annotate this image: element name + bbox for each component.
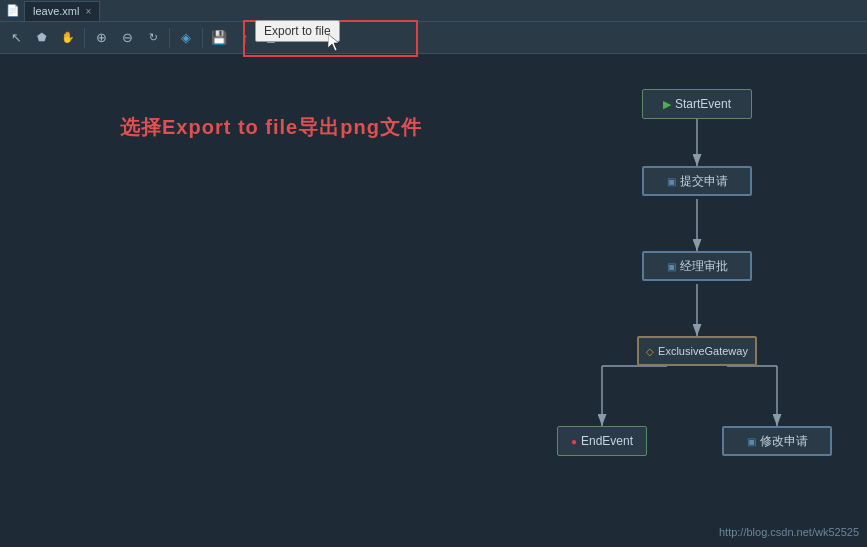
bpmn-icon-button[interactable]: ◈	[174, 26, 198, 50]
task2-node[interactable]: ▣ 经理审批	[642, 251, 752, 281]
task3-node[interactable]: ▣ 修改申请	[722, 426, 832, 456]
task1-node[interactable]: ▣ 提交申请	[642, 166, 752, 196]
canvas-area: 选择Export to file导出png文件 ▶ S	[0, 54, 867, 546]
task2-icon: ▣	[667, 261, 676, 272]
lasso-icon: ⬟	[37, 31, 47, 44]
separator-2	[169, 28, 170, 48]
fit-page-icon: ↺	[149, 31, 158, 44]
gateway-node[interactable]: ◇ ExclusiveGateway	[637, 336, 757, 366]
task3-icon: ▣	[747, 436, 756, 447]
export-tooltip: Export to file	[255, 20, 340, 42]
gateway-label: ExclusiveGateway	[658, 345, 748, 357]
save-button[interactable]: 💾	[207, 26, 231, 50]
lasso-tool-button[interactable]: ⬟	[30, 26, 54, 50]
start-event-label: StartEvent	[675, 97, 731, 111]
task1-label: 提交申请	[680, 173, 728, 190]
select-icon: ↖	[11, 30, 22, 45]
task1-icon: ▣	[667, 176, 676, 187]
zoom-out-icon: ⊖	[122, 30, 133, 45]
flowchart: ▶ StartEvent ▣ 提交申请 ▣ 经理审批 ◇ ExclusiveGa…	[437, 69, 837, 499]
gateway-icon: ◇	[646, 346, 654, 357]
task3-label: 修改申请	[760, 433, 808, 450]
separator-3	[202, 28, 203, 48]
file-icon: 📄	[6, 4, 20, 18]
zoom-in-icon: ⊕	[96, 30, 107, 45]
end-event-node[interactable]: ● EndEvent	[557, 426, 647, 456]
hand-icon: ✋	[61, 31, 75, 44]
bpmn-icon: ◈	[181, 30, 191, 45]
fit-page-button[interactable]: ↺	[141, 26, 165, 50]
zoom-out-button[interactable]: ⊖	[115, 26, 139, 50]
zoom-in-button[interactable]: ⊕	[89, 26, 113, 50]
tab-label: leave.xml	[33, 5, 79, 17]
file-tab[interactable]: leave.xml ×	[24, 1, 100, 21]
export-file-button[interactable]: ↑	[233, 26, 257, 50]
title-bar: 📄 leave.xml ×	[0, 0, 867, 22]
start-event-node[interactable]: ▶ StartEvent	[642, 89, 752, 119]
hand-tool-button[interactable]: ✋	[56, 26, 80, 50]
end-event-icon: ●	[571, 436, 577, 447]
select-tool-button[interactable]: ↖	[4, 26, 28, 50]
start-event-icon: ▶	[663, 98, 671, 111]
toolbar: ↖ ⬟ ✋ ⊕ ⊖ ↺ ◈ 💾 ↑ 🖨 ⤢ Export to file	[0, 22, 867, 54]
end-event-label: EndEvent	[581, 434, 633, 448]
annotation-text: 选择Export to file导出png文件	[120, 114, 422, 141]
watermark: http://blog.csdn.net/wk52525	[719, 526, 859, 538]
tab-close-button[interactable]: ×	[85, 6, 91, 17]
task2-label: 经理审批	[680, 258, 728, 275]
separator-1	[84, 28, 85, 48]
export-icon: ↑	[242, 30, 249, 46]
save-icon: 💾	[211, 30, 227, 45]
